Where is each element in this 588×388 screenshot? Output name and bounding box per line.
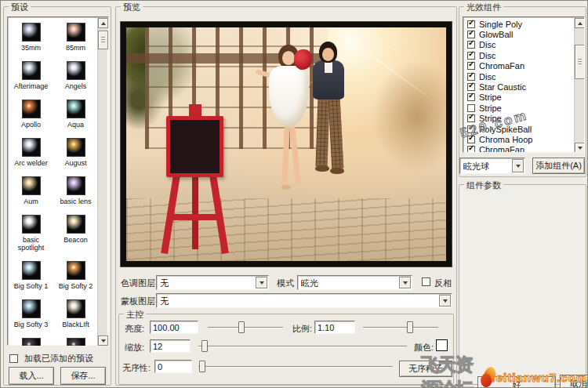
component-checkbox[interactable] [467, 136, 475, 143]
component-item[interactable]: ChromaFan [464, 145, 573, 153]
component-item[interactable]: ChromaFan [464, 61, 573, 71]
randomness-input[interactable] [154, 360, 192, 373]
component-scroll-up-button[interactable] [575, 18, 585, 28]
preset-item[interactable]: 85mm [53, 18, 98, 56]
randomness-slider-thumb[interactable] [199, 361, 205, 372]
chevron-down-icon[interactable] [399, 277, 411, 288]
preset-scrollbar[interactable] [97, 18, 107, 346]
ratio-slider[interactable] [363, 321, 438, 334]
save-button[interactable]: 保存... [60, 367, 106, 385]
component-checkbox[interactable] [467, 73, 475, 81]
cancel-button[interactable]: 取消 [560, 375, 588, 388]
preset-item[interactable]: basic lens [53, 172, 98, 210]
chevron-down-icon[interactable] [256, 277, 267, 288]
preset-item[interactable]: Arc welder [9, 133, 53, 172]
preset-thumbnail[interactable] [22, 61, 41, 80]
invert-checkbox[interactable] [422, 277, 430, 286]
preset-thumbnail[interactable] [67, 138, 85, 157]
component-checkbox[interactable] [467, 125, 475, 133]
preset-item[interactable]: Big Softy 2 [53, 256, 98, 295]
component-checkbox[interactable] [467, 41, 475, 49]
zoom-input[interactable] [150, 339, 191, 353]
component-scrollbar-thumb[interactable] [575, 45, 585, 79]
preset-item[interactable]: BlackLIft [53, 295, 98, 333]
ratio-slider-thumb[interactable] [407, 321, 413, 333]
preset-item[interactable]: Apollo [9, 95, 53, 133]
preset-scroll-up-button[interactable] [98, 18, 108, 28]
preset-scrollbar-thumb[interactable] [98, 31, 108, 49]
component-item[interactable]: GlowBall [464, 29, 573, 39]
component-item[interactable]: Star Caustic [464, 82, 573, 92]
component-checkbox[interactable] [467, 93, 475, 101]
load-button[interactable]: 载入... [9, 367, 54, 385]
preset-item[interactable]: 35mm [9, 18, 53, 56]
component-checkbox[interactable] [467, 31, 475, 38]
component-checkbox[interactable] [467, 114, 475, 122]
preset-item[interactable]: Aum [9, 172, 53, 210]
randomness-slider[interactable] [198, 360, 393, 373]
mode-select[interactable]: 眩光 [297, 275, 412, 290]
preset-scroll-down-button[interactable] [98, 335, 108, 346]
preset-thumbnail[interactable] [67, 261, 85, 280]
component-item[interactable]: Disc [464, 71, 573, 82]
preset-item[interactable] [9, 333, 53, 346]
ok-button[interactable]: 好 [477, 376, 556, 388]
preset-thumbnail[interactable] [67, 338, 85, 346]
preset-thumbnail[interactable] [67, 215, 85, 234]
component-type-select[interactable]: 眩光球 [459, 158, 525, 174]
preset-thumbnail[interactable] [22, 100, 41, 118]
component-scrollbar[interactable] [574, 18, 584, 153]
component-item[interactable]: PolySpikeBall [464, 124, 573, 134]
component-item[interactable]: Stripe [464, 114, 573, 124]
preset-thumbnail[interactable] [22, 261, 41, 280]
component-checkbox[interactable] [467, 52, 475, 60]
component-item[interactable]: Disc [464, 40, 573, 50]
component-item[interactable]: Disc [464, 50, 573, 60]
component-item[interactable]: Stripe [464, 92, 573, 103]
preset-thumbnail[interactable] [67, 299, 85, 318]
mask-layer-select[interactable]: 无 [156, 293, 452, 308]
component-checkbox[interactable] [467, 104, 475, 112]
component-item[interactable]: Single Poly [464, 19, 573, 29]
preset-item[interactable]: Afterimage [9, 56, 53, 95]
preset-thumbnail[interactable] [22, 23, 41, 42]
add-component-button[interactable]: 添加组件(A) [532, 158, 585, 174]
preset-item[interactable]: basic spotlight [9, 210, 53, 256]
preset-thumbnail[interactable] [67, 61, 85, 80]
zoom-slider-thumb[interactable] [201, 340, 208, 352]
preset-item[interactable]: Angels [53, 56, 98, 95]
preset-thumbnail[interactable] [22, 215, 41, 234]
preset-item[interactable] [53, 333, 98, 346]
ratio-input[interactable] [314, 321, 355, 334]
preset-item[interactable]: Big Softy 3 [9, 295, 53, 333]
preset-item[interactable]: Big Softy 1 [9, 256, 53, 295]
component-checkbox[interactable] [467, 83, 475, 91]
random-seed-button[interactable]: 无序种子 [399, 361, 452, 377]
preset-thumbnail[interactable] [22, 138, 41, 157]
preset-thumbnail[interactable] [22, 299, 41, 318]
preset-thumbnail[interactable] [22, 176, 41, 195]
preset-thumbnail[interactable] [67, 23, 85, 42]
chevron-down-icon[interactable] [512, 159, 524, 172]
chevron-down-icon[interactable] [439, 295, 451, 306]
tint-layer-select[interactable]: 无 [156, 275, 269, 290]
brightness-input[interactable] [150, 321, 198, 334]
brightness-slider[interactable] [208, 321, 283, 334]
component-checkbox[interactable] [467, 146, 475, 153]
zoom-slider[interactable] [198, 339, 407, 353]
preset-thumbnail[interactable] [67, 176, 85, 195]
component-item[interactable]: Stripe [464, 103, 573, 113]
preset-thumbnail[interactable] [67, 100, 85, 118]
component-checkbox[interactable] [467, 62, 475, 70]
component-checkbox[interactable] [467, 20, 475, 28]
brightness-slider-thumb[interactable] [238, 321, 245, 333]
preset-item[interactable]: August [53, 133, 98, 172]
preset-thumbnail[interactable] [22, 338, 41, 346]
preview-canvas[interactable] [126, 27, 446, 261]
component-item[interactable]: Chroma Hoop [464, 134, 573, 144]
preset-item[interactable]: Aqua [53, 95, 98, 133]
component-scroll-down-button[interactable] [575, 143, 585, 153]
load-added-presets-checkbox[interactable] [9, 354, 18, 363]
preset-item[interactable]: Beacon [53, 210, 98, 256]
color-swatch[interactable] [436, 339, 448, 351]
